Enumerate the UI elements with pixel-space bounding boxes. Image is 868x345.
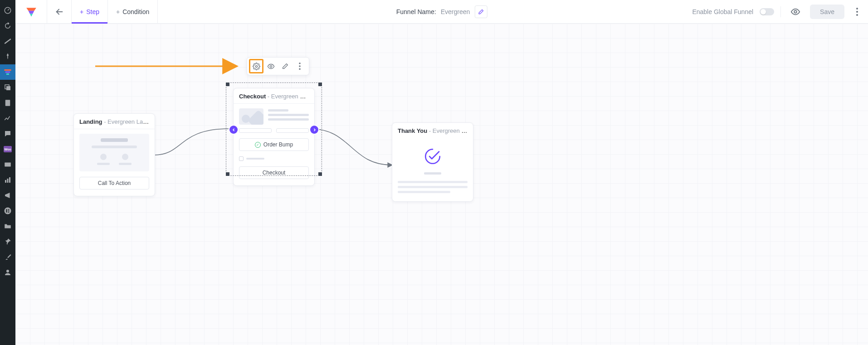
funnel-name-label: Funnel Name: [396,8,436,15]
sidebar-item-pin[interactable] [0,49,15,64]
sidebar-item-updates[interactable] [0,18,15,34]
order-bump-button[interactable]: ✓ Order Bump [239,138,309,151]
svg-rect-1 [5,69,11,71]
thank-you-desc: - Evergreen Tha… [427,127,473,134]
svg-point-19 [856,11,858,13]
checkout-handle-out[interactable] [310,126,318,134]
back-button[interactable] [47,0,72,23]
sidebar-item-folder[interactable] [0,219,15,234]
svg-rect-15 [8,212,10,213]
funnel-name-value: Evergreen [441,8,470,15]
sidebar-item-analytics[interactable] [0,111,15,126]
plus-icon: + [116,8,120,15]
svg-point-26 [299,68,301,70]
funnel-name-block: Funnel Name: Evergreen [396,0,488,23]
svg-point-24 [299,63,301,64]
landing-node-header: Landing - Evergreen Lan… [74,114,155,129]
sidebar-item-comments[interactable] [0,126,15,141]
thank-you-node-header: Thank You - Evergreen Tha… [392,123,473,138]
svg-rect-13 [8,209,10,210]
svg-rect-3 [6,73,9,75]
sidebar-item-bars[interactable] [0,172,15,188]
svg-rect-14 [8,210,10,211]
preview-button[interactable] [787,4,804,20]
admin-sidebar: Woo [0,0,15,345]
sidebar-item-dashboard[interactable] [0,3,15,18]
sidebar-item-card[interactable] [0,157,15,172]
sidebar-item-pin2[interactable] [0,234,15,249]
check-circle-icon: ✓ [255,142,261,148]
global-funnel-toggle[interactable] [760,8,774,15]
landing-cta-button[interactable]: Call To Action [79,177,149,190]
save-button[interactable]: Save [810,5,844,19]
node-more-button[interactable] [293,59,307,73]
topbar: + Step + Condition Funnel Name: Evergree… [15,0,868,24]
landing-title: Landing [79,118,102,125]
tab-condition-label: Condition [122,8,149,15]
sidebar-item-marketing[interactable] [0,188,15,203]
thank-you-node[interactable]: Thank You - Evergreen Tha… [392,122,473,202]
checkout-title: Checkout [239,93,266,100]
sidebar-item-media[interactable] [0,80,15,95]
order-bump-label: Order Bump [263,141,293,148]
node-toolbar [247,57,309,75]
node-settings-button[interactable] [249,59,263,73]
global-funnel-label: Enable Global Funnel [692,8,753,15]
success-check-icon [423,147,442,166]
svg-rect-6 [5,100,10,106]
edit-name-button[interactable] [474,5,487,18]
node-edit-button[interactable] [278,59,293,73]
svg-point-23 [270,65,272,67]
topbar-right: Enable Global Funnel Save [692,0,868,23]
svg-point-20 [856,14,858,16]
app-logo [15,0,47,23]
svg-rect-10 [9,177,10,183]
svg-rect-8 [5,180,6,183]
svg-point-16 [6,270,9,272]
thank-you-title: Thank You [398,127,427,134]
top-tabs: + Step + Condition [72,0,158,23]
funnel-canvas[interactable]: Landing - Evergreen Lan… Call To Action [15,24,868,345]
svg-rect-7 [5,163,11,167]
divider [780,6,781,17]
svg-point-22 [255,65,257,67]
tab-step[interactable]: + Step [72,0,108,23]
node-preview-button[interactable] [263,59,278,73]
sidebar-item-pages[interactable] [0,95,15,111]
checkout-option-row [239,156,309,161]
sidebar-item-users[interactable] [0,265,15,280]
sidebar-item-brush[interactable] [0,249,15,265]
svg-rect-2 [5,72,10,73]
landing-node[interactable]: Landing - Evergreen Lan… Call To Action [73,113,155,196]
checkout-node-header: Checkout - Evergreen Che… [234,88,314,103]
checkout-thumbnail [239,108,309,133]
sidebar-item-funnel[interactable] [0,64,15,80]
svg-rect-9 [7,179,9,183]
landing-desc: - Evergreen Lan… [102,118,152,125]
svg-rect-12 [6,209,7,213]
plus-icon: + [80,8,83,15]
svg-point-17 [794,10,797,13]
checkout-desc: - Evergreen Che… [266,93,314,100]
svg-rect-5 [6,86,10,90]
tab-condition[interactable]: + Condition [108,0,158,23]
sidebar-item-woo[interactable]: Woo [0,141,15,157]
landing-thumbnail [79,134,149,171]
sidebar-item-elementor[interactable] [0,203,15,219]
checkout-handle-in[interactable] [229,126,238,134]
sidebar-item-posts[interactable] [0,34,15,49]
svg-point-18 [856,8,858,10]
checkout-button[interactable]: Checkout [239,166,309,179]
tab-step-label: Step [86,8,99,15]
checkout-node[interactable]: Checkout - Evergreen Che… [233,88,315,186]
topbar-more-button[interactable] [851,4,863,20]
svg-point-25 [299,65,301,67]
